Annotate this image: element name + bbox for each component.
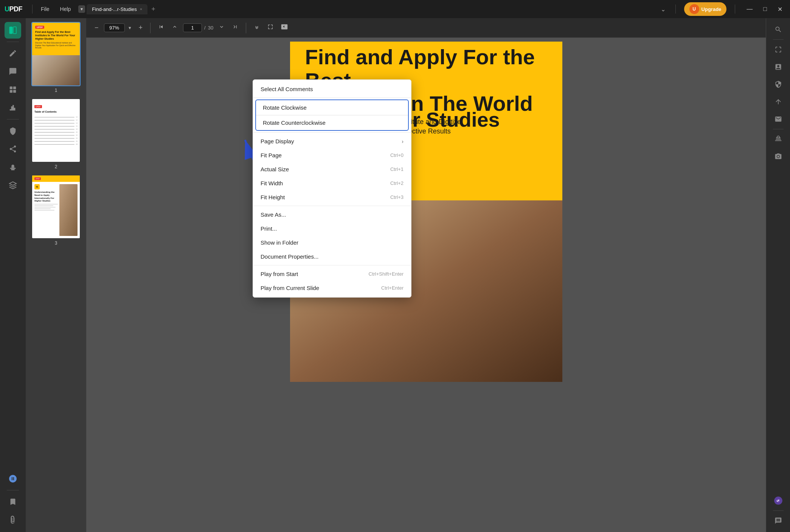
sidebar-icon-convert[interactable] — [5, 99, 21, 116]
menu-label-doc-props: Document Properties... — [261, 253, 318, 260]
menu-item-actual-size[interactable]: Actual Size Ctrl+1 — [253, 162, 411, 176]
close-button[interactable]: ✕ — [774, 4, 785, 14]
sidebar-icon-share[interactable] — [5, 141, 21, 157]
right-icon-search[interactable] — [771, 22, 786, 37]
fit-btn[interactable] — [265, 22, 276, 33]
right-sidebar-bottom — [771, 493, 786, 528]
menu-label-rotate-ccw: Rotate Counterclockwise — [263, 119, 326, 126]
tab-label: Find-and-...r-Studies — [92, 6, 137, 12]
nav-first-btn[interactable] — [156, 22, 166, 33]
sidebar-icon-edit[interactable] — [5, 45, 21, 62]
menu-item-fit-page[interactable]: Fit Page Ctrl+0 — [253, 148, 411, 162]
main-content: − 97% ▾ + 1 / 30 — [86, 18, 766, 532]
menu-item-page-display[interactable]: Page Display › — [253, 134, 411, 148]
sidebar-divider2 — [7, 119, 19, 119]
menu-item-save-as[interactable]: Save As... — [253, 208, 411, 222]
svg-rect-4 — [10, 90, 12, 93]
upgrade-label: Upgrade — [702, 6, 722, 12]
menu-label-fit-page: Fit Page — [261, 152, 282, 158]
right-icon-convert[interactable] — [771, 59, 786, 74]
right-icon-ocr[interactable] — [771, 42, 786, 57]
menu-item-select-all-comments[interactable]: Select All Comments — [253, 82, 411, 96]
svg-rect-5 — [13, 90, 16, 93]
menu-label-fit-width: Fit Width — [261, 180, 283, 186]
sidebar-icon-read[interactable] — [5, 22, 21, 39]
zoom-value[interactable]: 97% — [104, 23, 125, 32]
right-icon-camera[interactable] — [771, 149, 786, 164]
menu-arrow-page-display: › — [402, 138, 404, 144]
right-sidebar — [766, 18, 790, 532]
menu-item-show-folder[interactable]: Show in Folder — [253, 236, 411, 250]
menu-item-doc-props[interactable]: Document Properties... — [253, 250, 411, 264]
thumb-cover-1: UPDF Find and Apply For the Best Institu… — [32, 23, 80, 85]
sidebar-icon-clip[interactable] — [5, 512, 21, 528]
menu-help[interactable]: Help — [56, 5, 76, 14]
pdf-viewport: Find and Apply For the Best Institutes I… — [86, 38, 766, 532]
tab-bar: ▾ Find-and-...r-Studies × + — [78, 4, 157, 14]
sidebar-icon-plugin[interactable] — [5, 470, 21, 487]
right-icon-chat[interactable] — [771, 513, 786, 528]
sidebar-icon-bookmark[interactable] — [5, 493, 21, 510]
right-icon-share[interactable] — [771, 94, 786, 109]
present-btn[interactable] — [279, 22, 290, 34]
menu-item-play-current[interactable]: Play from Current Slide Ctrl+Enter — [253, 281, 411, 295]
active-tab[interactable]: Find-and-...r-Studies × — [87, 4, 147, 14]
menu-item-print[interactable]: Print... — [253, 222, 411, 236]
zoom-in-btn[interactable]: + — [137, 22, 145, 33]
zoom-dropdown-btn[interactable]: ▾ — [126, 23, 133, 32]
title-bar-divider1 — [32, 5, 33, 14]
upgrade-button[interactable]: U Upgrade — [684, 2, 727, 16]
sidebar-icon-protect[interactable] — [5, 123, 21, 139]
thumb-title-1: Find and Apply For the Best Institutes I… — [35, 30, 77, 40]
menu-label-play-start: Play from Start — [261, 271, 298, 277]
thumb-label-3: 3 — [55, 240, 57, 246]
tab-close-btn[interactable]: × — [140, 7, 142, 11]
right-icon-email[interactable] — [771, 112, 786, 127]
thumb-img-2: UPDF Table of Contents 10 12 14 16 18 20… — [31, 98, 81, 163]
tab-dropdown[interactable]: ▾ — [78, 5, 85, 13]
title-bar-divider3 — [735, 5, 735, 14]
menu-label-save-as: Save As... — [261, 211, 286, 218]
menu-shortcut-fit-height: Ctrl+3 — [390, 194, 404, 200]
svg-rect-1 — [13, 27, 16, 34]
menu-item-play-start[interactable]: Play from Start Ctrl+Shift+Enter — [253, 267, 411, 281]
thumbnail-page-3[interactable]: UPDF 01 Understanding the Need to Apply … — [29, 175, 83, 246]
menu-shortcut-fit-width: Ctrl+2 — [390, 180, 404, 186]
sidebar-icon-stamp[interactable] — [5, 159, 21, 175]
menu-item-rotate-cw[interactable]: Rotate Clockwise — [256, 100, 408, 115]
nav-last-btn[interactable] — [230, 22, 241, 33]
menu-separator-1 — [253, 98, 411, 98]
nav-prev-btn[interactable] — [169, 22, 180, 33]
thumb-subtitle-1: Discover The Best Educational Institute … — [35, 42, 77, 49]
user-avatar: U — [689, 4, 699, 14]
menu-label-fit-height: Fit Height — [261, 194, 285, 200]
menu-file[interactable]: File — [36, 5, 54, 14]
menu-item-fit-width[interactable]: Fit Width Ctrl+2 — [253, 176, 411, 190]
menu-item-rotate-ccw[interactable]: Rotate Counterclockwise — [256, 115, 408, 130]
sidebar-icon-comment[interactable] — [5, 63, 21, 80]
right-icon-ai[interactable] — [771, 493, 786, 508]
right-icon-stamp[interactable] — [771, 132, 786, 147]
maximize-button[interactable]: □ — [760, 4, 770, 14]
tabs-overflow-btn[interactable]: ⌄ — [659, 4, 667, 14]
sidebar-icon-organize[interactable] — [5, 81, 21, 98]
sidebar-divider1 — [7, 42, 19, 42]
right-divider2 — [773, 129, 784, 129]
right-divider1 — [773, 39, 784, 40]
page-input[interactable]: 1 — [183, 23, 202, 32]
page-nav: 1 / 30 — [183, 23, 213, 32]
nav-next-btn[interactable] — [216, 22, 227, 33]
zoom-out-btn[interactable]: − — [92, 22, 101, 33]
title-bar: UPDF File Help ▾ Find-and-...r-Studies ×… — [0, 0, 790, 18]
menu-separator-4 — [253, 265, 411, 265]
thumb-img-3: UPDF 01 Understanding the Need to Apply … — [31, 175, 81, 239]
nav-down2-btn[interactable] — [251, 22, 262, 33]
menu-item-fit-height[interactable]: Fit Height Ctrl+3 — [253, 190, 411, 204]
right-icon-protect[interactable] — [771, 77, 786, 92]
tab-add-btn[interactable]: + — [149, 5, 158, 13]
minimize-button[interactable]: — — [743, 4, 756, 14]
sidebar-icon-layers[interactable] — [5, 177, 21, 194]
thumb-img-1: UPDF Find and Apply For the Best Institu… — [31, 22, 81, 86]
thumbnail-page-1[interactable]: UPDF Find and Apply For the Best Institu… — [29, 22, 83, 93]
thumbnail-page-2[interactable]: UPDF Table of Contents 10 12 14 16 18 20… — [29, 98, 83, 169]
